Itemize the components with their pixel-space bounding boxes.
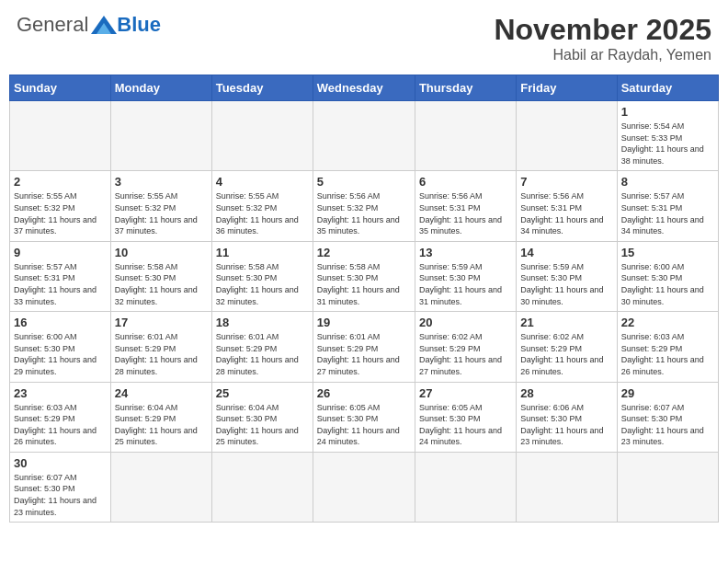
day-info: Sunrise: 5:56 AMSunset: 5:31 PMDaylight:… <box>419 190 512 236</box>
calendar-day-empty <box>517 452 617 522</box>
header-monday: Monday <box>110 75 211 101</box>
calendar-day-empty <box>110 452 211 522</box>
day-info: Sunrise: 6:05 AMSunset: 5:30 PMDaylight:… <box>419 402 512 448</box>
day-info: Sunrise: 6:05 AMSunset: 5:30 PMDaylight:… <box>317 402 411 448</box>
calendar-day-empty <box>211 452 313 522</box>
calendar-day-empty <box>313 452 415 522</box>
calendar-day: 12Sunrise: 5:58 AMSunset: 5:30 PMDayligh… <box>313 241 415 311</box>
day-number: 26 <box>317 386 411 400</box>
calendar-day: 25Sunrise: 6:04 AMSunset: 5:30 PMDayligh… <box>211 382 313 452</box>
day-number: 18 <box>216 316 309 329</box>
day-number: 19 <box>317 316 411 329</box>
logo-general-text: General <box>17 13 88 37</box>
day-number: 8 <box>621 175 714 189</box>
calendar-day <box>110 101 211 171</box>
calendar-day: 14Sunrise: 5:59 AMSunset: 5:30 PMDayligh… <box>517 241 617 311</box>
header-saturday: Saturday <box>617 75 718 101</box>
day-info: Sunrise: 6:06 AMSunset: 5:30 PMDaylight:… <box>520 402 612 448</box>
day-info: Sunrise: 5:55 AMSunset: 5:32 PMDaylight:… <box>115 190 208 236</box>
day-info: Sunrise: 6:02 AMSunset: 5:29 PMDaylight:… <box>419 331 512 377</box>
header-friday: Friday <box>517 75 617 101</box>
day-number: 30 <box>14 456 107 470</box>
day-info: Sunrise: 6:00 AMSunset: 5:30 PMDaylight:… <box>621 261 714 307</box>
calendar-day: 19Sunrise: 6:01 AMSunset: 5:29 PMDayligh… <box>313 312 415 382</box>
day-number: 5 <box>317 175 411 189</box>
day-number: 14 <box>520 246 612 259</box>
calendar-day: 22Sunrise: 6:03 AMSunset: 5:29 PMDayligh… <box>617 312 718 382</box>
calendar-day: 27Sunrise: 6:05 AMSunset: 5:30 PMDayligh… <box>415 382 516 452</box>
day-info: Sunrise: 6:03 AMSunset: 5:29 PMDaylight:… <box>621 331 714 377</box>
calendar-day: 7Sunrise: 5:56 AMSunset: 5:31 PMDaylight… <box>517 171 617 241</box>
day-info: Sunrise: 6:01 AMSunset: 5:29 PMDaylight:… <box>317 331 411 377</box>
day-info: Sunrise: 5:59 AMSunset: 5:30 PMDaylight:… <box>520 261 612 307</box>
calendar-day: 5Sunrise: 5:56 AMSunset: 5:32 PMDaylight… <box>313 171 415 241</box>
month-title: November 2025 <box>494 13 711 47</box>
day-info: Sunrise: 5:58 AMSunset: 5:30 PMDaylight:… <box>115 261 208 307</box>
day-info: Sunrise: 6:03 AMSunset: 5:29 PMDaylight:… <box>14 402 107 448</box>
day-info: Sunrise: 6:01 AMSunset: 5:29 PMDaylight:… <box>216 331 309 377</box>
day-number: 7 <box>520 175 612 189</box>
calendar-day <box>517 101 617 171</box>
logo-blue-text: Blue <box>117 13 161 37</box>
day-info: Sunrise: 5:58 AMSunset: 5:30 PMDaylight:… <box>216 261 309 307</box>
calendar-day: 9Sunrise: 5:57 AMSunset: 5:31 PMDaylight… <box>10 241 111 311</box>
day-number: 27 <box>419 386 512 400</box>
week-row-6: 30Sunrise: 6:07 AMSunset: 5:30 PMDayligh… <box>10 452 719 522</box>
calendar-day: 3Sunrise: 5:55 AMSunset: 5:32 PMDaylight… <box>110 171 211 241</box>
weekday-header-row: Sunday Monday Tuesday Wednesday Thursday… <box>10 75 719 101</box>
calendar-day: 20Sunrise: 6:02 AMSunset: 5:29 PMDayligh… <box>415 312 516 382</box>
day-number: 25 <box>216 386 309 400</box>
day-info: Sunrise: 5:57 AMSunset: 5:31 PMDaylight:… <box>621 190 714 236</box>
calendar-day: 6Sunrise: 5:56 AMSunset: 5:31 PMDaylight… <box>415 171 516 241</box>
week-row-1: 1Sunrise: 5:54 AMSunset: 5:33 PMDaylight… <box>10 101 719 171</box>
day-number: 3 <box>115 175 208 189</box>
logo: General Blue <box>17 13 161 37</box>
day-info: Sunrise: 6:07 AMSunset: 5:30 PMDaylight:… <box>621 402 714 448</box>
day-number: 21 <box>520 316 612 329</box>
title-section: November 2025 Habil ar Raydah, Yemen <box>494 13 711 63</box>
day-number: 15 <box>621 246 714 259</box>
calendar-day: 15Sunrise: 6:00 AMSunset: 5:30 PMDayligh… <box>617 241 718 311</box>
week-row-4: 16Sunrise: 6:00 AMSunset: 5:30 PMDayligh… <box>10 312 719 382</box>
calendar-day: 4Sunrise: 5:55 AMSunset: 5:32 PMDaylight… <box>211 171 313 241</box>
calendar-table: Sunday Monday Tuesday Wednesday Thursday… <box>9 75 719 523</box>
calendar-day-empty <box>617 452 718 522</box>
calendar-day-empty <box>415 452 516 522</box>
calendar-day: 16Sunrise: 6:00 AMSunset: 5:30 PMDayligh… <box>10 312 111 382</box>
calendar-day: 28Sunrise: 6:06 AMSunset: 5:30 PMDayligh… <box>517 382 617 452</box>
day-info: Sunrise: 5:54 AMSunset: 5:33 PMDaylight:… <box>621 121 714 167</box>
page-header: General Blue November 2025 Habil ar Rayd… <box>9 9 719 67</box>
calendar-day <box>313 101 415 171</box>
calendar-day: 24Sunrise: 6:04 AMSunset: 5:29 PMDayligh… <box>110 382 211 452</box>
header-wednesday: Wednesday <box>313 75 415 101</box>
calendar-day <box>415 101 516 171</box>
calendar-day: 13Sunrise: 5:59 AMSunset: 5:30 PMDayligh… <box>415 241 516 311</box>
calendar-day: 21Sunrise: 6:02 AMSunset: 5:29 PMDayligh… <box>517 312 617 382</box>
calendar-day: 29Sunrise: 6:07 AMSunset: 5:30 PMDayligh… <box>617 382 718 452</box>
header-thursday: Thursday <box>415 75 516 101</box>
day-info: Sunrise: 5:56 AMSunset: 5:31 PMDaylight:… <box>520 190 612 236</box>
calendar-day: 2Sunrise: 5:55 AMSunset: 5:32 PMDaylight… <box>10 171 111 241</box>
day-info: Sunrise: 5:58 AMSunset: 5:30 PMDaylight:… <box>317 261 411 307</box>
day-info: Sunrise: 6:04 AMSunset: 5:29 PMDaylight:… <box>115 402 208 448</box>
day-number: 2 <box>14 175 107 189</box>
header-sunday: Sunday <box>10 75 111 101</box>
day-info: Sunrise: 5:55 AMSunset: 5:32 PMDaylight:… <box>216 190 309 236</box>
day-number: 12 <box>317 246 411 259</box>
day-number: 17 <box>115 316 208 329</box>
day-info: Sunrise: 5:56 AMSunset: 5:32 PMDaylight:… <box>317 190 411 236</box>
day-info: Sunrise: 5:59 AMSunset: 5:30 PMDaylight:… <box>419 261 512 307</box>
calendar-day: 8Sunrise: 5:57 AMSunset: 5:31 PMDaylight… <box>617 171 718 241</box>
calendar-day: 18Sunrise: 6:01 AMSunset: 5:29 PMDayligh… <box>211 312 313 382</box>
week-row-2: 2Sunrise: 5:55 AMSunset: 5:32 PMDaylight… <box>10 171 719 241</box>
calendar-day: 10Sunrise: 5:58 AMSunset: 5:30 PMDayligh… <box>110 241 211 311</box>
calendar-day: 17Sunrise: 6:01 AMSunset: 5:29 PMDayligh… <box>110 312 211 382</box>
day-info: Sunrise: 6:00 AMSunset: 5:30 PMDaylight:… <box>14 331 107 377</box>
calendar-day: 1Sunrise: 5:54 AMSunset: 5:33 PMDaylight… <box>617 101 718 171</box>
day-number: 10 <box>115 246 208 259</box>
header-tuesday: Tuesday <box>211 75 313 101</box>
day-number: 13 <box>419 246 512 259</box>
calendar-day: 11Sunrise: 5:58 AMSunset: 5:30 PMDayligh… <box>211 241 313 311</box>
calendar-day <box>10 101 111 171</box>
calendar-day: 26Sunrise: 6:05 AMSunset: 5:30 PMDayligh… <box>313 382 415 452</box>
